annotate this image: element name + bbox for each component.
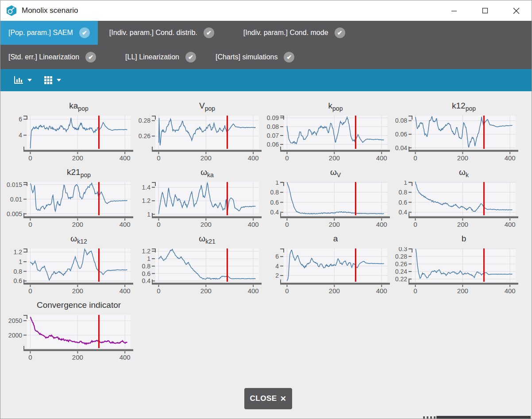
charts-grid: kapop460200400Vpop0.260.280200400kpop0.0… — [5, 97, 532, 363]
check-badge-icon: ✔ — [335, 27, 345, 38]
svg-text:200: 200 — [457, 221, 468, 228]
svg-text:0: 0 — [28, 154, 32, 161]
chevron-down-icon — [56, 78, 62, 82]
svg-text:200: 200 — [200, 154, 212, 161]
svg-text:0: 0 — [413, 154, 417, 161]
svg-text:400: 400 — [120, 221, 131, 228]
svg-text:0.8: 0.8 — [142, 263, 151, 270]
svg-text:200: 200 — [72, 154, 83, 161]
chart-plot-omega_V: 0.40.60.810200400 — [262, 181, 390, 228]
chart-omega_k: ωk0.40.60.810200400 — [390, 164, 518, 230]
close-window-button[interactable] — [501, 0, 532, 21]
check-badge-icon: ✔ — [284, 52, 294, 62]
background-window-edge — [436, 416, 531, 419]
tab-label: [Indiv. param.] Cond. distrib. — [109, 29, 197, 37]
svg-text:0: 0 — [28, 221, 32, 228]
svg-text:0.4: 0.4 — [399, 209, 408, 216]
chart-type-dropdown[interactable] — [14, 76, 32, 85]
svg-text:0.08: 0.08 — [267, 123, 279, 130]
window-controls — [439, 0, 532, 21]
chart-plot-k_pop: 0.060.070.080.090200400 — [262, 114, 390, 161]
chart-omega_V: ωV0.40.60.810200400 — [262, 164, 390, 230]
maximize-button[interactable] — [470, 0, 501, 21]
svg-text:0.6: 0.6 — [14, 277, 23, 284]
chart-plot-a: 2460200400 — [262, 247, 390, 294]
chart-title-k_pop: kpop — [284, 97, 387, 114]
svg-text:2000: 2000 — [8, 332, 22, 339]
charts-toolbar — [0, 69, 532, 91]
minimize-button[interactable] — [439, 0, 470, 21]
svg-text:200: 200 — [200, 221, 212, 228]
close-window-icon — [513, 8, 520, 14]
convergence-charts-area: kapop460200400Vpop0.260.280200400kpop0.0… — [0, 91, 532, 409]
svg-text:0.22: 0.22 — [395, 275, 407, 283]
svg-text:0.005: 0.005 — [7, 210, 22, 217]
svg-text:2050: 2050 — [8, 317, 22, 324]
grid-icon — [44, 76, 53, 85]
chart-ka_pop: kapop460200400 — [5, 97, 133, 164]
svg-text:0: 0 — [413, 287, 417, 294]
chart-k12_pop: k12pop0.040.060.080200400 — [390, 97, 518, 164]
svg-text:1.2: 1.2 — [142, 248, 151, 255]
chart-convergence_indicator: Convergence indicator200020500200400 — [5, 297, 133, 363]
check-badge-icon: ✔ — [204, 27, 214, 38]
chart-omega_ka: ωka11.21.40200400 — [133, 164, 262, 230]
tab-indiv-param-cond-mode[interactable]: [Indiv. param.] Cond. mode ✔ — [235, 21, 353, 45]
svg-text:0: 0 — [413, 221, 417, 228]
chart-plot-ka_pop: 460200400 — [5, 114, 133, 161]
svg-text:0.01: 0.01 — [10, 196, 22, 203]
svg-text:0.6: 0.6 — [142, 270, 151, 277]
chart-a: a2460200400 — [262, 230, 390, 297]
minimize-icon — [451, 8, 457, 14]
svg-text:1: 1 — [275, 181, 279, 186]
check-badge-icon: ✔ — [185, 52, 196, 62]
chart-title-omega_k12: ωk12 — [27, 230, 131, 247]
background-window-edge-dashes — [423, 416, 436, 419]
chart-title-k21_pop: k21pop — [27, 164, 131, 181]
svg-text:0.09: 0.09 — [267, 114, 279, 121]
chart-plot-b: 0.220.240.260.280.30200400 — [390, 247, 518, 294]
close-button[interactable]: CLOSE ✕ — [244, 388, 292, 409]
svg-text:0.8: 0.8 — [14, 268, 23, 275]
svg-text:0.24: 0.24 — [395, 268, 407, 275]
tab-pop-param-saem[interactable]: [Pop. param.] SAEM ✔ — [0, 21, 98, 45]
svg-text:0.26: 0.26 — [139, 132, 150, 140]
svg-text:0: 0 — [28, 287, 32, 294]
svg-text:0: 0 — [28, 353, 32, 361]
svg-text:400: 400 — [376, 287, 387, 294]
check-badge-icon: ✔ — [85, 52, 96, 62]
chart-plot-omega_k: 0.40.60.810200400 — [390, 181, 518, 228]
svg-text:200: 200 — [72, 287, 83, 294]
chart-title-k12_pop: k12pop — [412, 97, 516, 114]
svg-text:0.8: 0.8 — [270, 189, 279, 196]
tab-indiv-param-cond-distrib[interactable]: [Indiv. param.] Cond. distrib. ✔ — [101, 21, 222, 45]
svg-text:0.4: 0.4 — [142, 277, 151, 284]
svg-text:0.28: 0.28 — [395, 253, 407, 260]
tab-std-err-linearization[interactable]: [Std. err.] Linearization ✔ — [0, 45, 104, 69]
svg-text:0.8: 0.8 — [399, 189, 408, 196]
tab-label: [Pop. param.] SAEM — [8, 29, 73, 37]
grid-layout-dropdown[interactable] — [44, 76, 62, 85]
svg-text:400: 400 — [505, 287, 516, 294]
svg-text:200: 200 — [457, 154, 468, 161]
tab-charts-simulations[interactable]: [Charts] simulations ✔ — [208, 45, 303, 69]
svg-text:1: 1 — [404, 181, 407, 186]
svg-text:200: 200 — [200, 287, 212, 294]
svg-text:0.015: 0.015 — [7, 181, 22, 188]
chart-title-ka_pop: kapop — [27, 97, 131, 114]
svg-text:400: 400 — [376, 221, 387, 228]
svg-text:0.28: 0.28 — [139, 117, 150, 124]
check-badge-icon: ✔ — [79, 27, 90, 38]
tab-row-1: [Pop. param.] SAEM ✔ [Indiv. param.] Con… — [0, 21, 532, 45]
svg-text:4: 4 — [275, 263, 279, 270]
svg-text:1: 1 — [147, 255, 150, 262]
svg-text:400: 400 — [505, 154, 516, 161]
svg-text:0.4: 0.4 — [270, 209, 279, 216]
tab-ll-linearization[interactable]: [LL] Linearization ✔ — [117, 45, 204, 69]
svg-text:0: 0 — [285, 221, 289, 228]
svg-text:0.07: 0.07 — [267, 132, 279, 139]
bar-chart-icon — [14, 76, 23, 85]
tab-row-2: [Std. err.] Linearization ✔ [LL] Lineari… — [0, 45, 532, 69]
maximize-icon — [482, 8, 488, 14]
chart-plot-omega_k21: 0.40.60.811.20200400 — [133, 247, 262, 294]
